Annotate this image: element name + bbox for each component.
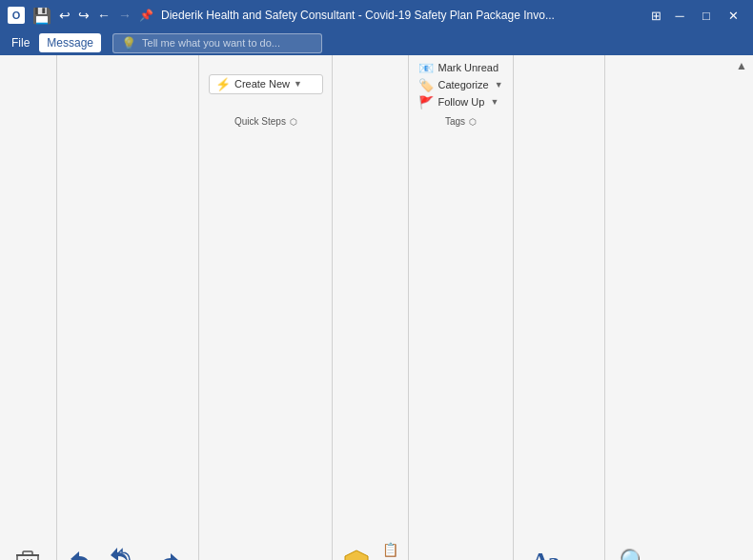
rules-button[interactable]: 📋 (377, 539, 404, 560)
create-new-button[interactable]: ⚡ Create New ▼ (209, 74, 323, 94)
translate-button[interactable]: Aa Translate (518, 540, 572, 560)
close-button[interactable]: ✕ (721, 3, 745, 28)
svg-rect-2 (23, 551, 32, 555)
delete-icon (15, 550, 40, 560)
mark-unread-button[interactable]: 📧 Mark Unread (413, 60, 508, 76)
forward-icon[interactable]: → (118, 8, 132, 23)
respond-buttons: Reply ReplyAll Forward (61, 55, 194, 560)
redo-icon[interactable]: ↪ (78, 8, 90, 23)
quicksteps-expand-icon[interactable]: ⬡ (290, 117, 297, 127)
maximize-button[interactable]: □ (694, 3, 719, 28)
categorize-button[interactable]: 🏷️ Categorize ▼ (413, 77, 508, 93)
ribbon-collapse-icon: ▲ (736, 59, 747, 72)
create-new-label: Create New (234, 78, 290, 90)
quick-steps-box: ⚡ Create New ▼ (205, 55, 327, 114)
ribbon-collapse[interactable]: ▲ (730, 55, 753, 560)
create-new-dropdown[interactable]: ▼ (294, 79, 302, 89)
move-icon (343, 549, 370, 560)
reply-all-button[interactable]: ReplyAll (101, 540, 143, 560)
title-bar-left: O 💾 ↩ ↪ ← → 📌 Diederik Health and Safety… (8, 7, 555, 25)
quicksteps-group-label: Quick Steps ⬡ (203, 114, 328, 130)
move-extras: 📋 🔷 (377, 539, 404, 560)
move-button[interactable]: Move (337, 540, 376, 560)
zoom-buttons: 🔍 Zoom (613, 55, 655, 560)
categorize-dropdown[interactable]: ▼ (495, 80, 503, 90)
window-grid-icon[interactable]: ⊞ (647, 5, 665, 27)
menu-message[interactable]: Message (39, 33, 101, 52)
delete-buttons: Delete (8, 55, 50, 560)
title-bar: O 💾 ↩ ↪ ← → 📌 Diederik Health and Safety… (0, 0, 753, 30)
reply-icon (69, 549, 92, 560)
menu-file[interactable]: File (4, 33, 37, 52)
ribbon-group-zoom: 🔍 Zoom Zoom (605, 55, 662, 560)
forward-icon (158, 550, 181, 560)
search-placeholder: Tell me what you want to do... (142, 37, 280, 49)
delete-button[interactable]: Delete (8, 540, 50, 560)
zoom-button[interactable]: 🔍 Zoom (613, 540, 655, 560)
tell-me-search[interactable]: 💡 Tell me what you want to do... (112, 33, 322, 53)
lightning-icon: ⚡ (215, 77, 231, 91)
lightbulb-icon: 💡 (121, 36, 136, 50)
ribbon-group-move: Move 📋 🔷 Move (333, 55, 409, 560)
undo-icon[interactable]: ↩ (59, 8, 71, 23)
ribbon-group-respond: Reply ReplyAll Forward (57, 55, 199, 560)
ribbon-group-editing: Aa Translate ↖ Editing (514, 55, 605, 560)
ribbon: Delete Delete Reply (0, 55, 753, 560)
outlook-icon: O (8, 7, 25, 24)
editing-buttons: Aa Translate ↖ (518, 55, 600, 560)
follow-up-label: Follow Up (438, 96, 484, 108)
ribbon-group-delete: Delete Delete (0, 55, 57, 560)
mark-unread-label: Mark Unread (438, 62, 499, 73)
zoom-icon: 🔍 (619, 548, 649, 560)
back-icon[interactable]: ← (97, 8, 111, 23)
window-controls: ⊞ ─ □ ✕ (647, 3, 745, 28)
minimize-button[interactable]: ─ (667, 3, 692, 28)
move-buttons: Move 📋 🔷 (337, 55, 404, 560)
follow-up-dropdown[interactable]: ▼ (490, 97, 499, 107)
window-title: Diederik Health and Safety Consultant - … (161, 9, 555, 22)
follow-up-button[interactable]: 🚩 Follow Up ▼ (413, 94, 508, 110)
menu-bar: File Message 💡 Tell me what you want to … (0, 30, 753, 55)
categorize-icon: 🏷️ (418, 78, 434, 92)
reply-all-icon (110, 545, 134, 560)
mark-unread-icon: 📧 (418, 61, 434, 75)
forward-button[interactable]: Forward (145, 540, 194, 560)
tags-group-label: Tags ⬡ (413, 114, 508, 130)
ribbon-group-quicksteps: ⚡ Create New ▼ Quick Steps ⬡ (199, 55, 333, 560)
reply-button[interactable]: Reply (61, 540, 99, 560)
translate-icon: Aa (531, 550, 558, 560)
tags-expand-icon[interactable]: ⬡ (469, 117, 477, 127)
categorize-label: Categorize (438, 79, 488, 90)
ribbon-group-tags: 📧 Mark Unread 🏷️ Categorize ▼ 🚩 Follow U… (409, 55, 513, 560)
tags-col: 📧 Mark Unread 🏷️ Categorize ▼ 🚩 Follow U… (413, 55, 508, 114)
save-icon[interactable]: 💾 (32, 7, 51, 25)
rules-icon: 📋 (382, 542, 398, 557)
pin-icon[interactable]: 📌 (139, 9, 153, 22)
follow-up-icon: 🚩 (418, 95, 434, 110)
